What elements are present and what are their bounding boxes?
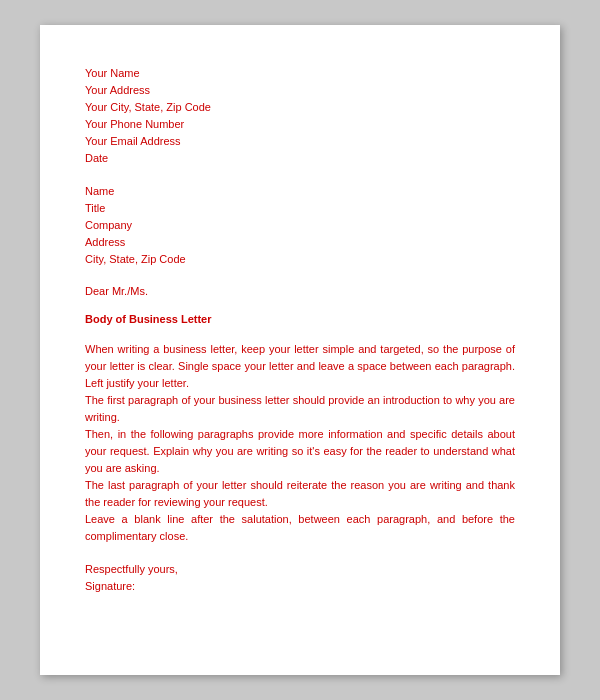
sender-email: Your Email Address xyxy=(85,133,515,150)
sender-address: Your Address xyxy=(85,82,515,99)
sender-block: Your Name Your Address Your City, State,… xyxy=(85,65,515,167)
body-paragraph-1: When writing a business letter, keep you… xyxy=(85,341,515,392)
recipient-name: Name xyxy=(85,183,515,200)
salutation: Dear Mr./Ms. xyxy=(85,285,515,297)
recipient-address: Address xyxy=(85,234,515,251)
recipient-block: Name Title Company Address City, State, … xyxy=(85,183,515,268)
valediction: Respectfully yours, xyxy=(85,561,515,578)
body-paragraph-5: Leave a blank line after the salutation,… xyxy=(85,511,515,545)
subject-line: Body of Business Letter xyxy=(85,313,515,325)
sender-phone: Your Phone Number xyxy=(85,116,515,133)
body-paragraph-3: Then, in the following paragraphs provid… xyxy=(85,426,515,477)
signature: Signature: xyxy=(85,578,515,595)
sender-name: Your Name xyxy=(85,65,515,82)
body-paragraph-4: The last paragraph of your letter should… xyxy=(85,477,515,511)
sender-date: Date xyxy=(85,150,515,167)
body-text: When writing a business letter, keep you… xyxy=(85,341,515,546)
closing-block: Respectfully yours, Signature: xyxy=(85,561,515,595)
recipient-city-state-zip: City, State, Zip Code xyxy=(85,251,515,268)
body-paragraph-2: The first paragraph of your business let… xyxy=(85,392,515,426)
recipient-company: Company xyxy=(85,217,515,234)
recipient-title: Title xyxy=(85,200,515,217)
letter-page: Your Name Your Address Your City, State,… xyxy=(40,25,560,675)
sender-city-state-zip: Your City, State, Zip Code xyxy=(85,99,515,116)
